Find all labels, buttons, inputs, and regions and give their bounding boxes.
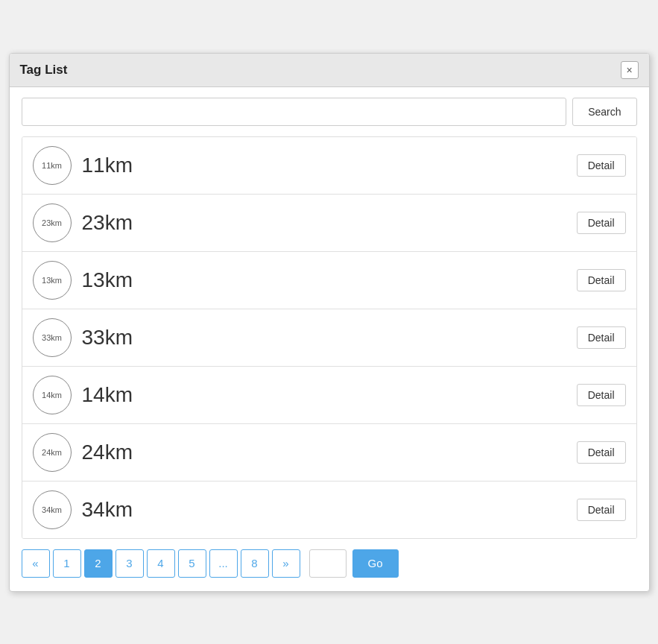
tag-label: 14km — [82, 383, 577, 407]
search-button[interactable]: Search — [572, 98, 636, 126]
tag-label: 11km — [82, 154, 577, 177]
search-row: Search — [22, 98, 637, 126]
tag-list: 11km 11km Detail 23km 23km Detail 13km 1… — [22, 136, 637, 539]
detail-button[interactable]: Detail — [577, 326, 626, 349]
pagination-go-button[interactable]: Go — [352, 549, 399, 578]
dialog-title: Tag List — [20, 63, 68, 78]
tag-label: 23km — [82, 211, 577, 235]
pagination: «12345...8»Go — [22, 549, 637, 581]
tag-label: 34km — [82, 498, 577, 522]
pagination-prev-button[interactable]: « — [22, 549, 50, 578]
tag-badge: 34km — [33, 490, 72, 529]
tag-badge: 33km — [33, 318, 72, 357]
detail-button[interactable]: Detail — [577, 269, 626, 291]
detail-button[interactable]: Detail — [577, 154, 626, 177]
dialog-titlebar: Tag List × — [10, 54, 649, 87]
tag-badge: 13km — [33, 261, 72, 300]
pagination-ellipsis: ... — [209, 549, 238, 578]
detail-button[interactable]: Detail — [577, 499, 626, 521]
pagination-page-button[interactable]: 4 — [147, 549, 175, 578]
tag-row: 11km 11km Detail — [22, 137, 636, 195]
dialog-body: Search 11km 11km Detail 23km 23km Detail… — [10, 87, 649, 591]
tag-list-dialog: Tag List × Search 11km 11km Detail 23km … — [9, 53, 650, 592]
tag-row: 33km 33km Detail — [22, 309, 636, 367]
search-input[interactable] — [22, 98, 567, 126]
tag-badge: 23km — [33, 203, 72, 242]
tag-label: 33km — [82, 326, 577, 350]
tag-row: 14km 14km Detail — [22, 367, 636, 424]
tag-row: 34km 34km Detail — [22, 482, 636, 538]
tag-label: 24km — [82, 441, 577, 464]
tag-row: 13km 13km Detail — [22, 252, 636, 309]
pagination-next-button[interactable]: » — [272, 549, 300, 578]
tag-badge: 14km — [33, 376, 72, 414]
tag-row: 23km 23km Detail — [22, 195, 636, 252]
detail-button[interactable]: Detail — [577, 212, 626, 234]
detail-button[interactable]: Detail — [577, 441, 626, 464]
tag-row: 24km 24km Detail — [22, 424, 636, 482]
pagination-page-button[interactable]: 3 — [116, 549, 144, 578]
pagination-page-button[interactable]: 1 — [53, 549, 81, 578]
detail-button[interactable]: Detail — [577, 384, 626, 406]
pagination-page-button[interactable]: 8 — [241, 549, 269, 578]
tag-badge: 24km — [33, 433, 72, 472]
pagination-page-button[interactable]: 2 — [84, 549, 113, 578]
tag-label: 13km — [82, 268, 577, 292]
pagination-page-button[interactable]: 5 — [178, 549, 206, 578]
tag-badge: 11km — [33, 146, 72, 185]
close-button[interactable]: × — [621, 61, 639, 79]
pagination-page-input[interactable] — [309, 549, 347, 578]
